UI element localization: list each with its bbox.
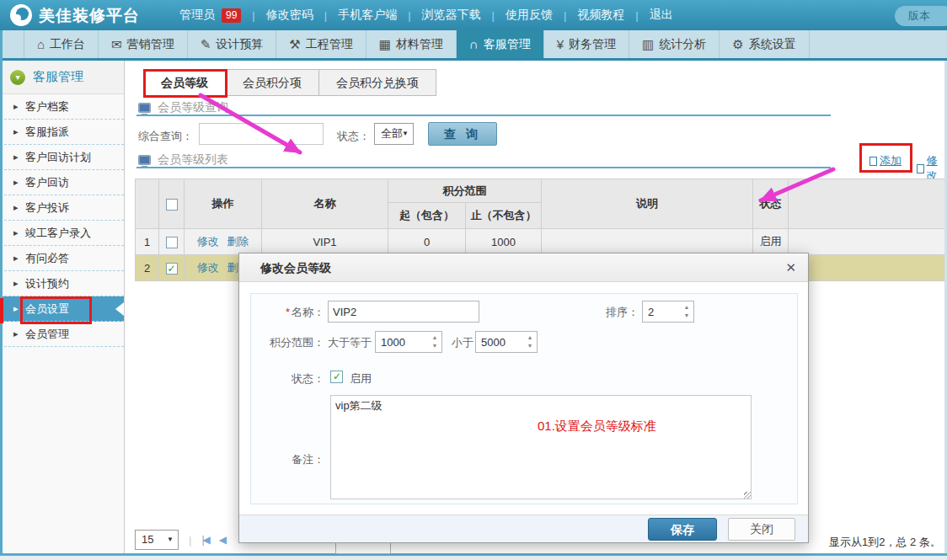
row-checkbox[interactable] (166, 237, 178, 248)
menu-change-password[interactable]: 修改密码 (266, 8, 313, 23)
sidebar-item-member-management[interactable]: 会员管理 (0, 322, 124, 347)
menu-logout[interactable]: 退出 (650, 8, 673, 23)
sidebar-item-complaints[interactable]: 客户投诉 (0, 195, 124, 221)
dialog-footer: 保存 关闭 (239, 515, 808, 542)
version-pill[interactable]: 版本 (895, 6, 947, 26)
status-select[interactable]: 全部 (374, 123, 414, 145)
stepper-down-icon[interactable]: ▼ (682, 312, 691, 320)
sidebar-item-revisit-plan[interactable]: 客户回访计划 (0, 145, 124, 170)
gear-icon: ⚙ (732, 37, 743, 52)
nav-tab-label: 工作台 (50, 37, 85, 52)
sort-stepper[interactable]: 2 ▲ ▼ (642, 301, 694, 323)
header-range-group: 积分范围 (388, 179, 542, 203)
monitor-icon (138, 155, 151, 165)
dialog-title: 修改会员等级 (239, 253, 808, 282)
row-edit-link[interactable]: 修改 (197, 261, 219, 274)
menu-feedback[interactable]: 使用反馈 (506, 8, 553, 23)
menu-video-tutorial[interactable]: 视频教程 (577, 8, 624, 23)
pagination-bar: 15 | |◀ ◀ (135, 529, 225, 551)
header-range-from: 起（包含） (388, 203, 466, 229)
menu-separator: | (635, 9, 638, 22)
nav-tab-engineering[interactable]: ⚒ 工程管理 (276, 30, 366, 58)
sidebar-item-design-appointment[interactable]: 设计预约 (0, 271, 124, 296)
annotation-note: 01.设置会员等级标准 (538, 419, 656, 435)
stepper-down-icon[interactable]: ▼ (526, 342, 534, 350)
stepper-up-icon[interactable]: ▲ (526, 333, 534, 342)
sidebar-header[interactable]: ▾ 客服管理 (0, 61, 124, 94)
status-option-label: 启用 (350, 371, 383, 387)
sidebar-item-service-dispatch[interactable]: 客服指派 (0, 120, 124, 145)
row-delete-link[interactable]: 删除 (227, 235, 249, 248)
row-desc (542, 229, 753, 255)
sidebar-item-customer-files[interactable]: 客户档案 (0, 94, 124, 120)
sort-label: 排序： (571, 305, 639, 320)
menu-mobile-client[interactable]: 手机客户端 (338, 8, 397, 23)
nav-tab-statistics[interactable]: ▥ 统计分析 (629, 30, 720, 58)
top-header: 美佳装修平台 管理员 99 | 修改密码 | 手机客户端 | 浏览器下载 | 使… (0, 0, 947, 30)
nav-tab-marketing[interactable]: ✉ 营销管理 (99, 30, 188, 58)
stepper-up-icon[interactable]: ▲ (682, 303, 691, 312)
sidebar-item-member-settings[interactable]: 会员设置 (0, 296, 124, 322)
nav-tab-label: 系统设置 (749, 37, 796, 52)
close-icon[interactable]: ✕ (785, 260, 796, 275)
nav-tab-finance[interactable]: ¥ 财务管理 (544, 30, 629, 58)
remark-label: 备注： (251, 452, 324, 467)
pagination-separator: | (189, 534, 191, 547)
nav-tab-materials[interactable]: ▦ 材料管理 (366, 30, 457, 58)
content-tabs: 会员等级 会员积分项 会员积分兑换项 (143, 69, 436, 96)
section-underline (136, 115, 831, 116)
nav-tab-design-budget[interactable]: ✎ 设计预算 (188, 30, 277, 58)
range-label: 积分范围： (251, 335, 324, 350)
row-range-to: 1000 (466, 229, 542, 255)
tab-member-points[interactable]: 会员积分项 (225, 69, 319, 96)
row-checkbox-checked[interactable] (166, 263, 178, 275)
window-frame-left (0, 30, 3, 556)
nav-tab-label: 财务管理 (569, 37, 616, 52)
stepper-down-icon[interactable]: ▼ (431, 342, 439, 350)
tab-member-level[interactable]: 会员等级 (143, 69, 226, 96)
menu-separator: | (564, 9, 566, 22)
sidebar-title: 客服管理 (33, 69, 83, 85)
gte-label: 大于等于 (328, 335, 372, 350)
active-notch (115, 302, 124, 316)
prev-page-button[interactable]: ◀ (219, 534, 225, 546)
status-checkbox[interactable] (330, 371, 343, 383)
query-label: 综合查询： (138, 129, 193, 144)
nav-tab-system-settings[interactable]: ⚙ 系统设置 (720, 30, 809, 58)
nav-tab-customer-service[interactable]: ∩ 客服管理 (457, 30, 544, 58)
save-button[interactable]: 保存 (648, 518, 717, 541)
sidebar-item-qa[interactable]: 有问必答 (0, 246, 124, 271)
user-label[interactable]: 管理员 (179, 8, 215, 23)
first-page-button[interactable]: |◀ (201, 534, 208, 546)
range-from-stepper[interactable]: 1000 ▲ ▼ (375, 331, 442, 353)
row-name: VIP1 (262, 229, 388, 255)
dialog-form-panel: *名称： 排序： 2 ▲ ▼ 积分范围： 大于等于 1000 ▲ ▼ 小于 50… (250, 293, 798, 504)
table-row: 1 修改 删除 VIP1 0 1000 启用 (136, 229, 947, 255)
sidebar-item-customer-revisit[interactable]: 客户回访 (0, 170, 124, 195)
query-input[interactable] (199, 123, 324, 145)
stepper-up-icon[interactable]: ▲ (431, 333, 439, 342)
remark-textarea[interactable]: vip第二级 (330, 395, 752, 499)
nav-tab-label: 设计预算 (216, 37, 263, 52)
nav-tab-workbench[interactable]: ⌂ 工作台 (24, 30, 99, 58)
add-link[interactable]: 添加 (869, 153, 902, 168)
page-size-select[interactable]: 15 (135, 530, 179, 550)
app-window: 美佳装修平台 管理员 99 | 修改密码 | 手机客户端 | 浏览器下载 | 使… (0, 0, 947, 560)
row-edit-link[interactable]: 修改 (197, 235, 219, 248)
sidebar-item-completed-entry[interactable]: 竣工客户录入 (0, 221, 124, 246)
chart-icon: ▥ (642, 37, 654, 52)
search-button[interactable]: 查 询 (428, 122, 497, 146)
header-menu: 管理员 99 | 修改密码 | 手机客户端 | 浏览器下载 | 使用反馈 | 视… (179, 0, 673, 30)
nav-tab-label: 工程管理 (306, 37, 353, 52)
menu-browser-download[interactable]: 浏览器下载 (422, 8, 481, 23)
close-button[interactable]: 关闭 (728, 518, 795, 541)
header-range-to: 止（不包含） (466, 203, 542, 229)
notification-badge[interactable]: 99 (222, 8, 241, 23)
name-field[interactable] (328, 301, 479, 323)
resize-grip[interactable] (744, 492, 751, 499)
sidebar: ▾ 客服管理 客户档案 客服指派 客户回访计划 客户回访 客户投诉 竣工客户录入… (0, 61, 125, 553)
tab-points-exchange[interactable]: 会员积分兑换项 (318, 69, 436, 96)
range-to-stepper[interactable]: 5000 ▲ ▼ (475, 331, 538, 353)
select-all-checkbox[interactable] (166, 199, 178, 211)
headset-icon: ∩ (469, 37, 479, 51)
